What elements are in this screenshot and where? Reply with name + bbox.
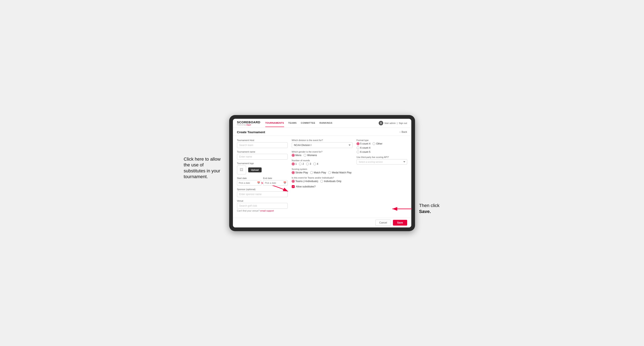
round1-circle: [292, 163, 295, 165]
back-link[interactable]: ‹ Back: [400, 131, 407, 133]
back-arrow-icon: ‹: [400, 131, 400, 133]
format-type-group: Format type 5 count 4 Other: [356, 139, 407, 154]
rounds-label: Number of rounds: [292, 159, 352, 162]
nav-user: B blair admin | Sign out: [379, 121, 407, 125]
allow-substitutes-checkbox[interactable]: [292, 185, 295, 188]
event-type-group: Is this event for Teams and/or Individua…: [292, 176, 352, 183]
sign-out-link[interactable]: Sign out: [399, 122, 407, 124]
format-5count4[interactable]: 5 count 4: [356, 142, 370, 145]
format-other-label: Other: [376, 142, 382, 145]
calendar-end-icon: 📅: [283, 181, 286, 184]
round-2[interactable]: 2: [299, 163, 304, 165]
nav-tournaments[interactable]: TOURNAMENTS: [265, 119, 284, 127]
tournament-name-label: Tournament name: [237, 151, 288, 153]
end-date-group: End date 📅: [263, 177, 288, 185]
tournament-name-input[interactable]: [237, 154, 288, 160]
email-support-link[interactable]: email support: [260, 209, 274, 212]
tournament-host-input[interactable]: [237, 142, 288, 148]
match-label: Match Play: [314, 171, 326, 174]
format-row-1: 5 count 4 Other: [356, 142, 407, 145]
womens-label: Womens: [307, 154, 317, 157]
scoreboard-logo-text: SCOREBOARD: [237, 120, 260, 124]
division-group: Which division is the event for? NCAA Di…: [292, 139, 352, 148]
format-type-label: Format type: [356, 139, 407, 142]
form-body: Tournament Host Tournament name Tourname…: [233, 136, 411, 218]
scoring-match[interactable]: Match Play: [310, 171, 326, 174]
sponsor-input[interactable]: [237, 191, 288, 197]
start-date-wrapper: 📅: [237, 180, 262, 185]
user-name: blair admin: [384, 122, 396, 124]
sponsor-group: Sponsor (optional): [237, 188, 288, 197]
round2-label: 2: [302, 163, 304, 165]
cancel-button[interactable]: Cancel: [375, 220, 391, 226]
teams-circle: [292, 180, 295, 183]
round-4[interactable]: 4: [313, 163, 318, 165]
round3-circle: [306, 163, 309, 165]
round4-label: 4: [317, 163, 318, 165]
rounds-radio-group: 1 2 3 4: [292, 163, 352, 165]
nav-rankings[interactable]: RANKINGS: [320, 119, 332, 127]
format-other-circle: [372, 142, 375, 145]
gender-womens[interactable]: Womens: [304, 154, 317, 157]
individuals-circle: [320, 180, 323, 183]
end-date-label: End date: [263, 177, 288, 179]
date-row: Start date 📅 End date 📅: [237, 177, 288, 185]
mens-label: Mens: [296, 154, 302, 157]
rounds-group: Number of rounds 1 2: [292, 159, 352, 165]
medal-label: Medal Match Play: [332, 171, 352, 174]
annotation-right: Then click Save.: [419, 203, 456, 214]
save-button[interactable]: Save: [393, 220, 407, 226]
womens-radio-circle: [304, 154, 306, 157]
scoring-api-select[interactable]: Select a scoring service: [356, 159, 407, 165]
venue-group: Venue Can't find your venue? email suppo…: [237, 200, 288, 212]
gender-group: Which gender is the event for? Mens Wome…: [292, 151, 352, 157]
venue-help-text: Can't find your venue? email support: [237, 209, 288, 212]
calendar-icon: 📅: [257, 181, 260, 184]
division-label: Which division is the event for?: [292, 139, 352, 142]
teams-label: Teams (+Individuals): [296, 180, 318, 183]
tournament-name-group: Tournament name: [237, 151, 288, 160]
scoring-api-label: Use third-party live scoring API?: [356, 156, 407, 158]
annotation-left: Click here to allow the use of substitut…: [184, 156, 225, 180]
tournament-logo-group: Tournament logo 🖼 Upload: [237, 162, 288, 174]
scoring-radio-group: Stroke Play Match Play Medal Match Play: [292, 171, 352, 174]
venue-label: Venue: [237, 200, 288, 202]
scoring-stroke[interactable]: Stroke Play: [292, 171, 308, 174]
format-6count5[interactable]: 6 count 5: [356, 151, 370, 154]
venue-input[interactable]: [237, 203, 288, 209]
nav-bar: SCOREBOARD Powered by clippd TOURNAMENTS…: [233, 119, 411, 128]
round-3[interactable]: 3: [306, 163, 311, 165]
powered-by-text: Powered by clippd: [237, 124, 260, 126]
nav-links: TOURNAMENTS TEAMS COMMITTEE RANKINGS: [265, 119, 379, 127]
format-other[interactable]: Other: [372, 142, 382, 145]
event-individuals[interactable]: Individuals Only: [320, 180, 342, 183]
event-teams[interactable]: Teams (+Individuals): [292, 180, 318, 183]
format-row-3: 6 count 5: [356, 151, 407, 154]
logo-placeholder: 🖼: [237, 165, 246, 174]
checkmark-icon: [292, 185, 294, 188]
page-title: Create Tournament: [237, 130, 265, 134]
scoring-system-group: Scoring system Stroke Play Match Play: [292, 168, 352, 174]
round-1[interactable]: 1: [292, 163, 297, 165]
upload-button[interactable]: Upload: [248, 168, 262, 173]
form-col-right: Format type 5 count 4 Other: [356, 139, 407, 214]
event-type-radio-group: Teams (+Individuals) Individuals Only: [292, 180, 352, 183]
scoring-medal-match[interactable]: Medal Match Play: [328, 171, 352, 174]
division-select[interactable]: NCAA Division I: [292, 142, 352, 148]
match-circle: [310, 171, 313, 174]
sponsor-label: Sponsor (optional): [237, 188, 288, 190]
stroke-label: Stroke Play: [296, 171, 308, 174]
nav-committee[interactable]: COMMITTEE: [301, 119, 316, 127]
allow-substitutes-group[interactable]: Allow substitutes?: [292, 185, 352, 188]
image-icon: 🖼: [240, 168, 244, 172]
individuals-label: Individuals Only: [324, 180, 342, 183]
gender-mens[interactable]: Mens: [292, 154, 302, 157]
format-options-group: 5 count 4 Other 6 count 4: [356, 142, 407, 154]
round1-label: 1: [296, 163, 297, 165]
format-6count4[interactable]: 6 count 4: [356, 146, 370, 149]
nav-teams[interactable]: TEAMS: [288, 119, 297, 127]
gender-label: Which gender is the event for?: [292, 151, 352, 153]
format1-label: 5 count 4: [360, 142, 370, 145]
form-col-middle: Which division is the event for? NCAA Di…: [292, 139, 352, 214]
format-row-2: 6 count 4: [356, 146, 407, 149]
